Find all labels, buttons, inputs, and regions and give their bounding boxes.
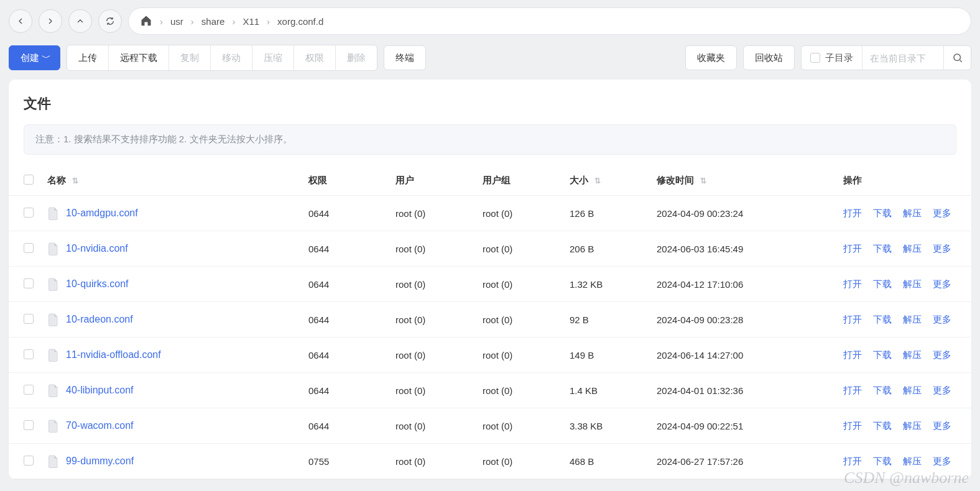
remote-download-button[interactable]: 远程下载 xyxy=(109,45,169,70)
more-action[interactable]: 更多 xyxy=(933,208,951,218)
open-action[interactable]: 打开 xyxy=(843,349,862,360)
file-perm: 0644 xyxy=(303,196,391,231)
extract-action[interactable]: 解压 xyxy=(903,278,922,289)
terminal-button[interactable]: 终端 xyxy=(384,45,426,70)
open-action[interactable]: 打开 xyxy=(843,278,862,289)
file-size: 149 B xyxy=(565,337,652,373)
file-size: 206 B xyxy=(565,231,652,267)
nav-back-button[interactable] xyxy=(9,9,32,33)
copy-button[interactable]: 复制 xyxy=(169,45,211,70)
extract-action[interactable]: 解压 xyxy=(903,420,922,431)
file-group: root (0) xyxy=(478,444,565,479)
subdir-toggle[interactable]: 子目录 xyxy=(802,46,862,70)
breadcrumb-segment[interactable]: share xyxy=(201,16,225,27)
extract-action[interactable]: 解压 xyxy=(903,243,922,254)
file-icon xyxy=(47,312,60,327)
more-action[interactable]: 更多 xyxy=(933,420,951,431)
download-action[interactable]: 下载 xyxy=(873,385,892,395)
file-group: root (0) xyxy=(478,302,565,337)
search-button[interactable] xyxy=(943,46,971,70)
toolbar: 创建 ﹀ 上传 远程下载 复制 移动 压缩 权限 删除 终端 收藏夹 回收站 子… xyxy=(0,42,980,80)
breadcrumb-bar[interactable]: › usr › share › X11 › xorg.conf.d xyxy=(128,7,971,35)
file-mtime: 2024-06-27 17:57:26 xyxy=(652,444,838,479)
extract-action[interactable]: 解压 xyxy=(903,456,922,466)
row-checkbox[interactable] xyxy=(24,456,34,466)
file-link[interactable]: 11-nvidia-offload.conf xyxy=(47,347,298,362)
file-link[interactable]: 99-dummy.conf xyxy=(47,454,298,469)
table-row: 99-dummy.conf0755root (0)root (0)468 B20… xyxy=(9,444,971,479)
file-link[interactable]: 40-libinput.conf xyxy=(47,383,298,398)
row-checkbox[interactable] xyxy=(24,243,34,253)
download-action[interactable]: 下载 xyxy=(873,278,892,289)
file-name: 10-radeon.conf xyxy=(66,314,133,325)
file-link[interactable]: 10-amdgpu.conf xyxy=(47,206,298,221)
col-size-header[interactable]: 大小 ⇅ xyxy=(565,166,652,196)
nav-forward-button[interactable] xyxy=(39,9,62,33)
open-action[interactable]: 打开 xyxy=(843,456,862,466)
download-action[interactable]: 下载 xyxy=(873,456,892,466)
download-action[interactable]: 下载 xyxy=(873,420,892,431)
select-all-checkbox[interactable] xyxy=(24,175,34,185)
open-action[interactable]: 打开 xyxy=(843,243,862,254)
col-group-header: 用户组 xyxy=(478,166,565,196)
more-action[interactable]: 更多 xyxy=(933,278,951,289)
file-user: root (0) xyxy=(391,231,478,267)
breadcrumb-segment[interactable]: X11 xyxy=(243,16,259,27)
more-action[interactable]: 更多 xyxy=(933,243,951,254)
nav-refresh-button[interactable] xyxy=(98,9,122,33)
search-input[interactable] xyxy=(862,46,943,70)
favorites-button[interactable]: 收藏夹 xyxy=(685,45,737,70)
download-action[interactable]: 下载 xyxy=(873,349,892,360)
download-action[interactable]: 下载 xyxy=(873,243,892,254)
open-action[interactable]: 打开 xyxy=(843,420,862,431)
row-checkbox[interactable] xyxy=(24,385,34,395)
more-action[interactable]: 更多 xyxy=(933,314,951,324)
row-checkbox[interactable] xyxy=(24,420,34,430)
row-checkbox[interactable] xyxy=(24,208,34,218)
extract-action[interactable]: 解压 xyxy=(903,349,922,360)
refresh-icon xyxy=(105,16,115,26)
create-button[interactable]: 创建 ﹀ xyxy=(9,45,60,70)
chevron-right-icon: › xyxy=(191,16,194,27)
extract-action[interactable]: 解压 xyxy=(903,314,922,324)
more-action[interactable]: 更多 xyxy=(933,385,951,395)
more-action[interactable]: 更多 xyxy=(933,349,951,360)
col-actions-header: 操作 xyxy=(838,166,971,196)
extract-action[interactable]: 解压 xyxy=(903,385,922,395)
col-mtime-header[interactable]: 修改时间 ⇅ xyxy=(652,166,838,196)
extract-action[interactable]: 解压 xyxy=(903,208,922,218)
compress-button[interactable]: 压缩 xyxy=(252,45,294,70)
upload-button[interactable]: 上传 xyxy=(67,45,109,70)
file-link[interactable]: 10-quirks.conf xyxy=(47,277,298,291)
download-action[interactable]: 下载 xyxy=(873,208,892,218)
recycle-button[interactable]: 回收站 xyxy=(743,45,795,70)
file-link[interactable]: 10-radeon.conf xyxy=(47,312,298,327)
delete-button[interactable]: 删除 xyxy=(336,45,377,70)
breadcrumb-segment[interactable]: xorg.conf.d xyxy=(277,16,323,27)
move-button[interactable]: 移动 xyxy=(211,45,252,70)
permission-button[interactable]: 权限 xyxy=(294,45,336,70)
row-checkbox[interactable] xyxy=(24,314,34,324)
file-ops-group: 上传 远程下载 复制 移动 压缩 权限 删除 xyxy=(67,45,377,71)
nav-up-button[interactable] xyxy=(68,9,92,33)
breadcrumb-segment[interactable]: usr xyxy=(170,16,183,27)
arrow-right-icon xyxy=(45,16,55,26)
open-action[interactable]: 打开 xyxy=(843,385,862,395)
download-action[interactable]: 下载 xyxy=(873,314,892,324)
sort-icon: ⇅ xyxy=(700,177,706,185)
home-icon[interactable] xyxy=(140,14,152,29)
file-icon xyxy=(47,418,60,433)
table-row: 10-nvidia.conf0644root (0)root (0)206 B2… xyxy=(9,231,971,267)
file-mtime: 2024-06-14 14:27:00 xyxy=(652,337,838,373)
file-link[interactable]: 70-wacom.conf xyxy=(47,418,298,433)
row-checkbox[interactable] xyxy=(24,349,34,359)
col-name-header[interactable]: 名称 ⇅ xyxy=(42,166,303,196)
more-action[interactable]: 更多 xyxy=(933,456,951,466)
open-action[interactable]: 打开 xyxy=(843,208,862,218)
file-link[interactable]: 10-nvidia.conf xyxy=(47,241,298,256)
open-action[interactable]: 打开 xyxy=(843,314,862,324)
file-size: 92 B xyxy=(565,302,652,337)
row-checkbox[interactable] xyxy=(24,278,34,288)
topbar: › usr › share › X11 › xorg.conf.d xyxy=(0,0,980,42)
subdir-checkbox[interactable] xyxy=(810,53,820,63)
